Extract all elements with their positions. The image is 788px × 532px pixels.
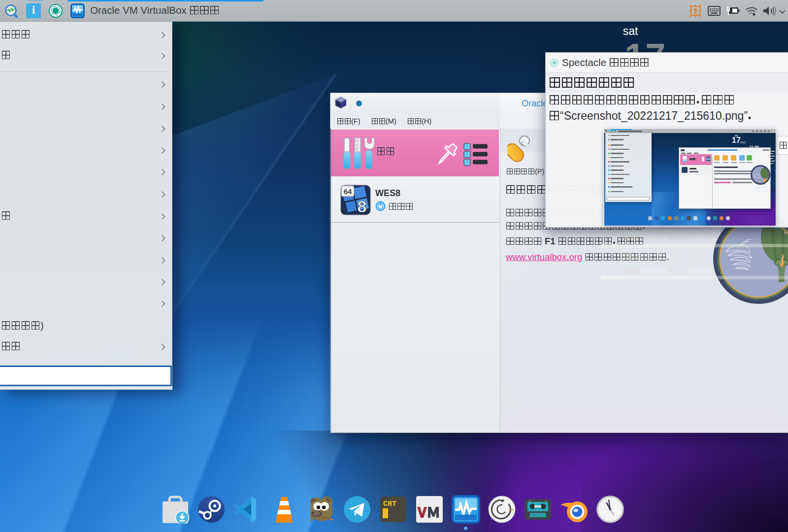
svg-text:CRT: CRT (383, 500, 396, 508)
svg-text:64: 64 (344, 187, 352, 196)
svg-text:8: 8 (358, 197, 367, 215)
svg-text:ms: ms (509, 508, 514, 511)
svg-text:V: V (340, 98, 342, 101)
